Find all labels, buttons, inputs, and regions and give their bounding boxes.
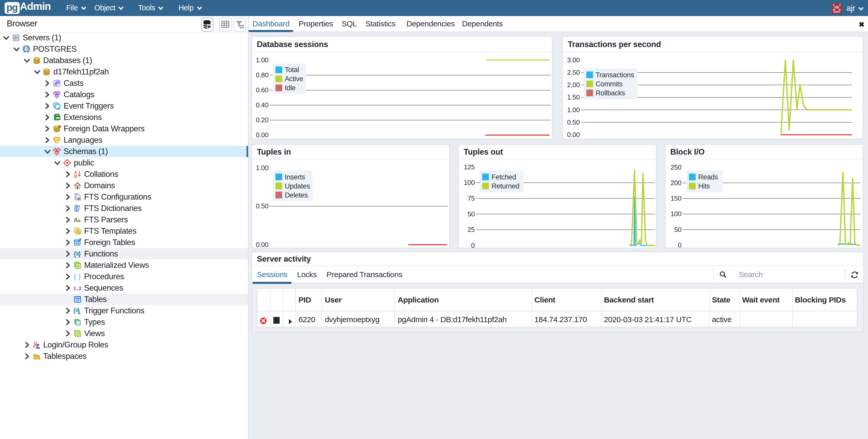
- svg-text:50: 50: [674, 226, 681, 233]
- svg-text:0.60: 0.60: [255, 86, 268, 94]
- svg-text:Updates: Updates: [284, 182, 310, 190]
- svg-text:0.00: 0.00: [567, 130, 580, 138]
- svg-text:Fetched: Fetched: [491, 173, 516, 181]
- svg-text:25: 25: [467, 226, 474, 234]
- svg-text:Total: Total: [284, 66, 299, 74]
- svg-text:2.00: 2.00: [567, 81, 580, 88]
- svg-text:Reads: Reads: [698, 173, 718, 181]
- svg-text:0.00: 0.00: [255, 131, 268, 139]
- svg-text:0.80: 0.80: [255, 71, 268, 79]
- svg-text:Commits: Commits: [596, 80, 622, 88]
- svg-text:a: a: [78, 218, 81, 223]
- svg-text:0: 0: [678, 241, 681, 248]
- svg-text:B: B: [74, 174, 77, 178]
- svg-text:A: A: [73, 217, 78, 224]
- svg-text:250: 250: [670, 164, 681, 171]
- svg-text:1.00: 1.00: [567, 106, 580, 114]
- svg-text:0.50: 0.50: [255, 202, 268, 210]
- svg-text:2.50: 2.50: [567, 68, 580, 76]
- svg-text:100: 100: [670, 210, 681, 218]
- svg-text:Deletes: Deletes: [284, 191, 308, 199]
- svg-text:Idle: Idle: [284, 84, 296, 92]
- svg-text:0.50: 0.50: [567, 118, 580, 126]
- svg-text:{: {: [73, 273, 76, 280]
- svg-text:0.00: 0.00: [255, 241, 268, 248]
- svg-text:Transactions: Transactions: [596, 71, 634, 79]
- svg-text:50: 50: [467, 210, 474, 218]
- svg-text:125: 125: [464, 163, 474, 171]
- svg-text:0.20: 0.20: [255, 116, 268, 124]
- svg-text:Inserts: Inserts: [284, 173, 305, 181]
- svg-text:100: 100: [464, 179, 474, 187]
- svg-text:1..3: 1..3: [73, 286, 81, 291]
- svg-text:1.50: 1.50: [567, 93, 580, 101]
- svg-text:0: 0: [471, 241, 474, 248]
- svg-text:Hits: Hits: [698, 182, 710, 190]
- svg-text:200: 200: [670, 179, 681, 187]
- svg-text:150: 150: [670, 195, 681, 202]
- svg-text:75: 75: [467, 195, 474, 202]
- svg-text:3.00: 3.00: [567, 56, 580, 64]
- svg-text:Active: Active: [284, 75, 303, 83]
- svg-text:1.00: 1.00: [255, 56, 268, 64]
- svg-text:0.40: 0.40: [255, 101, 268, 109]
- svg-text:{: {: [73, 250, 76, 258]
- svg-text:1.00: 1.00: [255, 164, 268, 172]
- svg-text:}: }: [78, 273, 81, 280]
- svg-text:Returned: Returned: [491, 182, 519, 190]
- svg-text:Rollbacks: Rollbacks: [596, 89, 625, 97]
- svg-text:{: {: [73, 307, 75, 314]
